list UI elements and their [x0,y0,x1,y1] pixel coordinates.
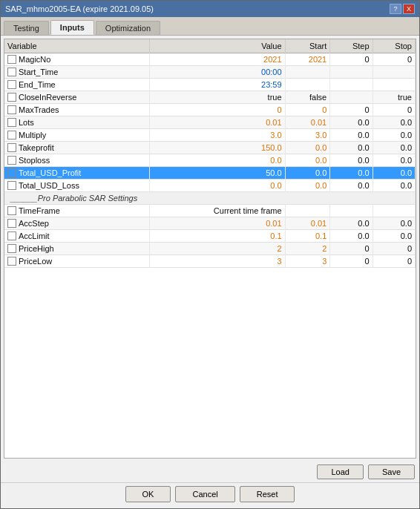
cancel-button[interactable]: Cancel [175,486,234,502]
step-cell[interactable] [330,91,373,104]
stop-cell[interactable] [373,205,415,217]
step-cell[interactable]: 0.0 [330,167,373,180]
table-row[interactable]: TimeFrameCurrent time frame [4,205,416,217]
start-cell[interactable]: false [285,91,330,104]
value-cell[interactable]: Current time frame [150,205,286,217]
step-cell[interactable] [330,66,373,79]
start-cell[interactable]: 0.01 [285,116,330,129]
row-checkbox[interactable] [7,156,16,165]
value-cell[interactable]: 0.0 [150,180,286,192]
start-cell[interactable]: 0.01 [285,217,330,230]
table-row[interactable]: Multiply3.03.00.00.0 [4,129,416,142]
table-row[interactable]: AccLimit0.10.10.00.0 [4,230,416,243]
start-cell[interactable]: 0.0 [285,154,330,167]
start-cell[interactable]: 2 [285,243,330,255]
stop-cell[interactable]: 0.0 [373,180,415,192]
row-checkbox[interactable] [7,55,16,64]
value-cell[interactable]: 00:00 [150,66,286,79]
row-checkbox[interactable] [7,219,16,228]
value-cell[interactable]: 3 [150,255,286,268]
row-checkbox[interactable] [7,118,16,127]
stop-cell[interactable]: 0.0 [373,129,415,142]
table-row[interactable]: MagicNo2021202100 [4,53,416,66]
close-button[interactable]: X [403,4,415,14]
value-cell[interactable]: 50.0 [150,167,286,180]
start-cell[interactable]: 3.0 [285,129,330,142]
step-cell[interactable]: 0.0 [330,129,373,142]
start-cell[interactable]: 2021 [285,53,330,66]
row-checkbox[interactable] [7,231,16,240]
table-row[interactable]: Takeprofit150.00.00.00.0 [4,142,416,154]
start-cell[interactable]: 3 [285,255,330,268]
row-checkbox[interactable] [7,181,16,190]
value-cell[interactable]: 0.1 [150,230,286,243]
tab-testing[interactable]: Testing [4,21,49,35]
step-cell[interactable]: 0 [330,243,373,255]
table-row[interactable]: End_Time23:59 [4,79,416,91]
step-cell[interactable]: 0.0 [330,154,373,167]
step-cell[interactable] [330,205,373,217]
table-row[interactable]: AccStep0.010.010.00.0 [4,217,416,230]
table-row[interactable]: MaxTrades0000 [4,104,416,116]
row-checkbox[interactable] [7,206,16,215]
table-row[interactable]: PriceHigh2200 [4,243,416,255]
table-row[interactable]: Start_Time00:00 [4,66,416,79]
row-checkbox[interactable] [7,93,16,102]
value-cell[interactable]: 0.0 [150,154,286,167]
table-row[interactable]: Stoploss0.00.00.00.0 [4,154,416,167]
step-cell[interactable]: 0.0 [330,217,373,230]
step-cell[interactable] [330,79,373,91]
step-cell[interactable]: 0 [330,255,373,268]
start-cell[interactable] [285,79,330,91]
stop-cell[interactable]: 0.0 [373,217,415,230]
value-cell[interactable]: 0.01 [150,217,286,230]
value-cell[interactable]: 2 [150,243,286,255]
save-button[interactable]: Save [368,464,415,479]
step-cell[interactable]: 0.0 [330,180,373,192]
step-cell[interactable]: 0.0 [330,116,373,129]
help-button[interactable]: ? [390,4,401,14]
stop-cell[interactable] [373,66,415,79]
table-row[interactable]: Total_USD_Loss0.00.00.00.0 [4,180,416,192]
stop-cell[interactable]: 0.0 [373,167,415,180]
row-checkbox[interactable] [7,105,16,114]
value-cell[interactable]: 0 [150,104,286,116]
row-checkbox[interactable] [7,257,16,266]
row-checkbox[interactable] [7,131,16,139]
reset-button[interactable]: Reset [240,486,295,502]
stop-cell[interactable] [373,79,415,91]
row-checkbox[interactable] [7,80,16,89]
stop-cell[interactable]: 0 [373,255,415,268]
start-cell[interactable]: 0.1 [285,230,330,243]
value-cell[interactable]: 150.0 [150,142,286,154]
table-row[interactable]: Total_USD_Profit50.00.00.00.0 [4,167,416,180]
stop-cell[interactable]: 0.0 [373,116,415,129]
table-row[interactable]: PriceLow3300 [4,255,416,268]
stop-cell[interactable]: 0 [373,53,415,66]
stop-cell[interactable]: 0.0 [373,154,415,167]
row-checkbox[interactable] [7,244,16,253]
start-cell[interactable]: 0.0 [285,142,330,154]
value-cell[interactable]: true [150,91,286,104]
stop-cell[interactable]: 0 [373,104,415,116]
value-cell[interactable]: 0.01 [150,116,286,129]
step-cell[interactable]: 0 [330,53,373,66]
stop-cell[interactable]: 0.0 [373,142,415,154]
table-row[interactable]: ______Pro Parabolic SAR Settings [4,192,416,205]
tab-inputs[interactable]: Inputs [50,20,94,35]
start-cell[interactable] [285,205,330,217]
start-cell[interactable]: 0 [285,104,330,116]
table-row[interactable]: Lots0.010.010.00.0 [4,116,416,129]
ok-button[interactable]: OK [125,486,171,502]
start-cell[interactable] [285,66,330,79]
value-cell[interactable]: 23:59 [150,79,286,91]
row-checkbox[interactable] [7,68,16,76]
stop-cell[interactable]: 0.0 [373,230,415,243]
row-checkbox[interactable] [7,168,16,177]
load-button[interactable]: Load [317,464,363,479]
start-cell[interactable]: 0.0 [285,167,330,180]
value-cell[interactable]: 2021 [150,53,286,66]
step-cell[interactable]: 0 [330,104,373,116]
start-cell[interactable]: 0.0 [285,180,330,192]
stop-cell[interactable]: 0 [373,243,415,255]
